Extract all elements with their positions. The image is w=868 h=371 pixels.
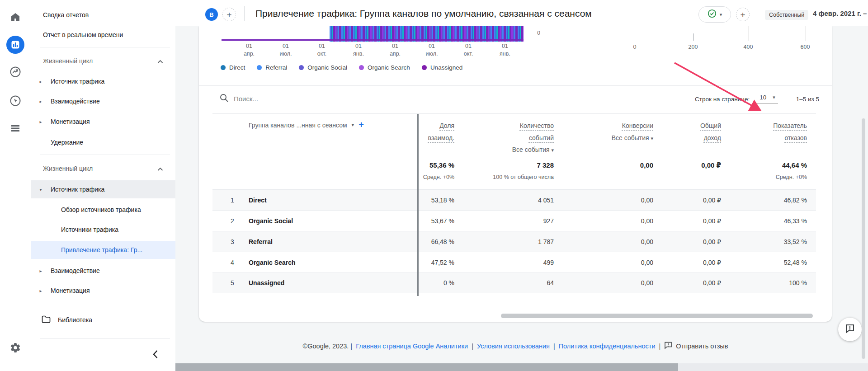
sidebar-item-label: Монетизация	[51, 287, 90, 294]
cell-bounce: 46,82 %	[721, 197, 816, 204]
frozen-column-divider[interactable]	[417, 114, 419, 296]
column-header-share[interactable]: Доля взаимод.	[428, 122, 454, 141]
totals-events: 7 328	[454, 161, 554, 169]
sidebar-item-snapshot[interactable]: Сводка отчетов	[31, 6, 175, 24]
add-to-report-button[interactable]: +	[736, 8, 750, 21]
arrow-right-icon: ▸	[38, 119, 43, 124]
horizontal-scrollbar-track	[175, 363, 868, 371]
sidebar-item-engagement[interactable]: ▸ Взаимодействие	[31, 92, 175, 110]
sidebar-item-label: Взаимодействие	[51, 267, 100, 274]
section-label: Жизненный цикл	[43, 165, 93, 172]
events-filter-select[interactable]: Все события ▾	[512, 146, 554, 153]
chart-legend: Direct Referral Organic Social Organic S…	[221, 64, 462, 71]
sidebar-item-monetization-2[interactable]: ▸ Монетизация	[31, 282, 175, 300]
explore-icon[interactable]	[9, 66, 21, 78]
sidebar-item-realtime[interactable]: Отчет в реальном времени	[31, 26, 175, 44]
sidebar-divider	[40, 338, 170, 339]
feedback-fab-button[interactable]	[838, 318, 862, 341]
home-icon[interactable]	[10, 12, 21, 23]
legend-label: Organic Social	[307, 64, 347, 71]
cell-events: 1 787	[454, 238, 554, 245]
table-totals-row: 55,36 %Средн. +0% 7 328100 % от общего ч…	[212, 156, 816, 189]
arrow-right-icon: ▸	[38, 99, 43, 104]
chevron-up-icon[interactable]	[157, 57, 163, 66]
date-range-selector[interactable]: 4 февр. 2021 г. –	[813, 9, 867, 17]
admin-list-icon[interactable]	[10, 123, 21, 134]
legend-dot	[359, 65, 364, 70]
rows-per-page-select[interactable]: 10 ▾	[757, 94, 778, 104]
legend-item: Organic Social	[299, 64, 347, 71]
sidebar-item-traffic-acquisition-active[interactable]: Привлечение трафика: Гр...	[31, 241, 175, 259]
send-feedback-link[interactable]: Отправить отзыв	[664, 341, 728, 351]
x-axis-label: 01янв.	[491, 42, 519, 58]
settings-gear-icon[interactable]	[10, 342, 21, 353]
left-rail	[0, 0, 31, 371]
check-circle-icon	[708, 9, 717, 20]
footer-separator: |	[553, 343, 555, 350]
table-row: 5 Unassigned 0 % 64 0,00 0,00 ₽ 100 %	[212, 272, 816, 293]
sidebar-item-monetization[interactable]: ▸ Монетизация	[31, 113, 175, 131]
x-axis-label: 01окт.	[308, 42, 335, 58]
sidebar-item-acquisition-overview[interactable]: Обзор источников трафика	[31, 201, 175, 219]
report-card: 0 01апр. 01июл. 01окт. 01янв. 01апр. 01и…	[199, 26, 832, 322]
sidebar-item-engagement-2[interactable]: ▸ Взаимодействие	[31, 262, 175, 280]
rows-per-page-value: 10	[760, 94, 766, 101]
property-type-badge: Собственный	[765, 10, 808, 20]
sidebar-item-label: Источник трафика	[51, 186, 104, 193]
cell-conversions: 0,00	[554, 238, 653, 245]
conversions-filter-select[interactable]: Все события ▾	[612, 134, 653, 141]
add-collaborator-button[interactable]: +	[222, 8, 236, 21]
mini-chart-gridline	[805, 26, 806, 41]
mini-axis-label: 0	[621, 43, 648, 51]
dimension-selector[interactable]: Группа каналов ...нная с сеансом ▾ +	[249, 120, 418, 130]
advertising-icon[interactable]	[9, 95, 21, 107]
search-input[interactable]	[234, 95, 369, 103]
legend-label: Organic Search	[368, 64, 410, 71]
sidebar-item-retention[interactable]: Удержание	[31, 133, 175, 151]
mini-axis-label: 400	[735, 43, 762, 51]
caret-down-icon: ▾	[773, 94, 775, 100]
x-axis-label: 01окт.	[455, 42, 482, 58]
column-header-bounce-rate[interactable]: Показатель отказов	[773, 122, 807, 141]
sidebar-item-acquisition[interactable]: ▸ Источник трафика	[31, 72, 175, 90]
table-row: 1 Direct 53,18 % 4 051 0,00 0,00 ₽ 46,82…	[212, 189, 816, 210]
chevron-up-icon[interactable]	[157, 165, 163, 173]
channel-name: Organic Social	[235, 217, 418, 225]
totals-share-sub: Средн. +0%	[418, 174, 454, 180]
legend-item: Referral	[257, 64, 287, 71]
page-footer: ©Google, 2023. | Главная страница Google…	[199, 341, 832, 351]
timeseries-baseline	[222, 39, 524, 41]
add-dimension-icon[interactable]: +	[359, 120, 364, 130]
cell-conversions: 0,00	[554, 259, 653, 266]
sidebar-item-library[interactable]: Библиотека	[31, 311, 175, 329]
sidebar-item-label: Источники трафика	[61, 226, 118, 233]
footer-link-home[interactable]: Главная страница Google Аналитики	[356, 343, 468, 350]
caret-down-icon: ▾	[720, 12, 722, 18]
column-header-conversions[interactable]: Конверсии	[622, 122, 653, 129]
folder-icon	[42, 315, 51, 324]
totals-events-sub: 100 % от общего числа	[454, 174, 554, 180]
table-header-row: Группа каналов ...нная с сеансом ▾ + Дол…	[212, 114, 816, 156]
report-status-pill[interactable]: ▾	[698, 6, 731, 23]
column-header-events[interactable]: Количество событий	[520, 122, 554, 141]
column-header-revenue[interactable]: Общий доход	[700, 122, 721, 141]
collapse-sidebar-chevron-left-icon[interactable]	[152, 350, 158, 361]
table-horizontal-scrollbar[interactable]	[501, 314, 813, 318]
sidebar-item-user-acquisition[interactable]: Источники трафика	[31, 221, 175, 239]
vertical-scrollbar[interactable]	[862, 118, 865, 359]
collaborator-avatar[interactable]: B	[205, 8, 218, 21]
legend-item: Direct	[221, 64, 245, 71]
mini-axis-label: 200	[679, 43, 707, 51]
x-axis-label: 01июл.	[272, 42, 299, 58]
footer-link-terms[interactable]: Условия использования	[477, 343, 550, 350]
legend-item: Unassigned	[422, 64, 462, 71]
sidebar-item-acquisition-expanded[interactable]: ▾ Источник трафика	[31, 180, 175, 198]
copyright-text: ©Google, 2023. |	[303, 343, 353, 350]
reports-icon[interactable]	[6, 36, 24, 54]
dimension-label: Группа каналов ...нная с сеансом	[249, 122, 347, 129]
sidebar-item-label: Удержание	[51, 139, 83, 146]
horizontal-scrollbar-thumb[interactable]	[175, 363, 678, 371]
footer-link-privacy[interactable]: Политика конфиденциальности	[559, 343, 656, 350]
legend-label: Unassigned	[430, 64, 462, 71]
totals-conversions: 0,00	[554, 161, 653, 169]
